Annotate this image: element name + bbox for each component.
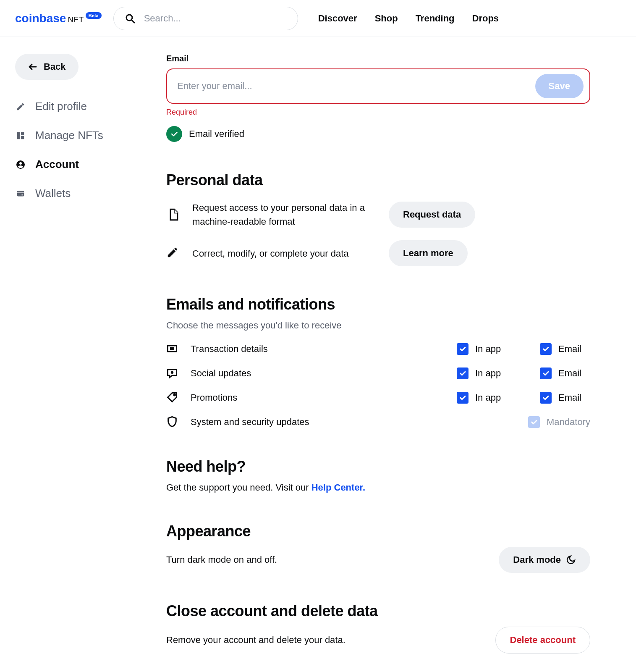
learn-more-button[interactable]: Learn more	[389, 240, 468, 266]
modify-data-text: Correct, modify, or complete your data	[192, 247, 377, 260]
checkbox-social-email[interactable]	[540, 368, 552, 379]
save-button[interactable]: Save	[535, 74, 584, 98]
user-circle-icon	[15, 159, 26, 170]
logo[interactable]: coinbase NFT Beta	[15, 12, 102, 25]
nav-drops[interactable]: Drops	[472, 13, 499, 24]
wallet-icon	[15, 188, 26, 199]
notif-transaction-label: Transaction details	[191, 344, 445, 354]
email-input[interactable]	[177, 69, 535, 103]
check-circle-icon	[166, 126, 182, 142]
checkbox-system-mandatory	[528, 416, 540, 428]
close-account-heading: Close account and delete data	[166, 602, 590, 620]
checkbox-transaction-inapp[interactable]	[457, 343, 468, 355]
pencil-edit-icon	[166, 246, 181, 260]
nav-trending[interactable]: Trending	[416, 13, 455, 24]
nav-discover[interactable]: Discover	[318, 13, 357, 24]
checkbox-label: Email	[558, 368, 581, 379]
svg-line-1	[132, 20, 134, 23]
email-field-wrap: Save	[166, 68, 590, 104]
svg-rect-6	[171, 348, 174, 350]
checkbox-label: In app	[475, 368, 501, 379]
notif-system-label: System and security updates	[191, 417, 516, 428]
svg-point-0	[126, 15, 132, 21]
top-nav: Discover Shop Trending Drops	[318, 13, 499, 24]
svg-point-8	[174, 394, 175, 396]
pencil-icon	[15, 101, 26, 112]
back-label: Back	[44, 61, 66, 72]
checkbox-transaction-email[interactable]	[540, 343, 552, 355]
sidebar-item-edit-profile[interactable]: Edit profile	[15, 100, 149, 113]
request-data-button[interactable]: Request data	[389, 202, 475, 228]
email-verified-label: Email verified	[189, 129, 244, 139]
sidebar-item-label: Manage NFTs	[35, 129, 103, 142]
appearance-heading: Appearance	[166, 522, 590, 540]
request-data-text: Request access to your personal data in …	[192, 201, 377, 228]
help-center-link[interactable]: Help Center.	[311, 482, 365, 493]
grid-icon	[15, 130, 26, 141]
checkbox-label: Mandatory	[547, 417, 590, 428]
search-input[interactable]	[113, 7, 298, 30]
checkbox-label: In app	[475, 392, 501, 403]
moon-icon	[566, 555, 576, 565]
transaction-icon	[166, 343, 179, 355]
logo-nft: NFT	[68, 15, 84, 24]
logo-main: coinbase	[15, 12, 66, 25]
shield-icon	[166, 416, 179, 428]
checkbox-label: Email	[558, 392, 581, 403]
checkbox-promotions-email[interactable]	[540, 392, 552, 404]
sidebar-item-manage-nfts[interactable]: Manage NFTs	[15, 129, 149, 142]
svg-point-7	[171, 372, 173, 373]
notifications-heading: Emails and notifications	[166, 296, 590, 313]
checkbox-label: In app	[475, 344, 501, 354]
sidebar-item-account[interactable]: Account	[15, 158, 149, 171]
notif-social-label: Social updates	[191, 368, 445, 379]
help-heading: Need help?	[166, 458, 590, 475]
tag-icon	[166, 391, 179, 404]
sidebar-item-label: Account	[35, 158, 79, 171]
help-text: Get the support you need. Visit our	[166, 482, 311, 493]
delete-account-button[interactable]: Delete account	[495, 627, 591, 654]
sidebar-item-wallets[interactable]: Wallets	[15, 187, 149, 200]
close-account-text: Remove your account and delete your data…	[166, 635, 495, 646]
checkbox-promotions-inapp[interactable]	[457, 392, 468, 404]
arrow-left-icon	[28, 62, 38, 72]
appearance-text: Turn dark mode on and off.	[166, 554, 499, 565]
social-icon	[166, 367, 179, 380]
document-icon	[166, 207, 181, 222]
checkbox-label: Email	[558, 344, 581, 354]
sidebar-item-label: Wallets	[35, 187, 71, 200]
checkbox-social-inapp[interactable]	[457, 368, 468, 379]
dark-mode-button[interactable]: Dark mode	[499, 547, 590, 573]
notif-promotions-label: Promotions	[191, 392, 445, 403]
svg-rect-4	[21, 136, 24, 139]
dark-mode-label: Dark mode	[513, 554, 561, 565]
back-button[interactable]: Back	[15, 54, 79, 80]
svg-rect-3	[21, 132, 24, 135]
email-error: Required	[166, 108, 590, 117]
sidebar-item-label: Edit profile	[35, 100, 87, 113]
svg-rect-2	[17, 132, 20, 139]
search-icon	[125, 13, 135, 24]
email-label: Email	[166, 54, 590, 63]
notifications-subtitle: Choose the messages you'd like to receiv…	[166, 320, 590, 331]
nav-shop[interactable]: Shop	[375, 13, 398, 24]
personal-data-heading: Personal data	[166, 171, 590, 189]
beta-badge: Beta	[86, 12, 102, 19]
